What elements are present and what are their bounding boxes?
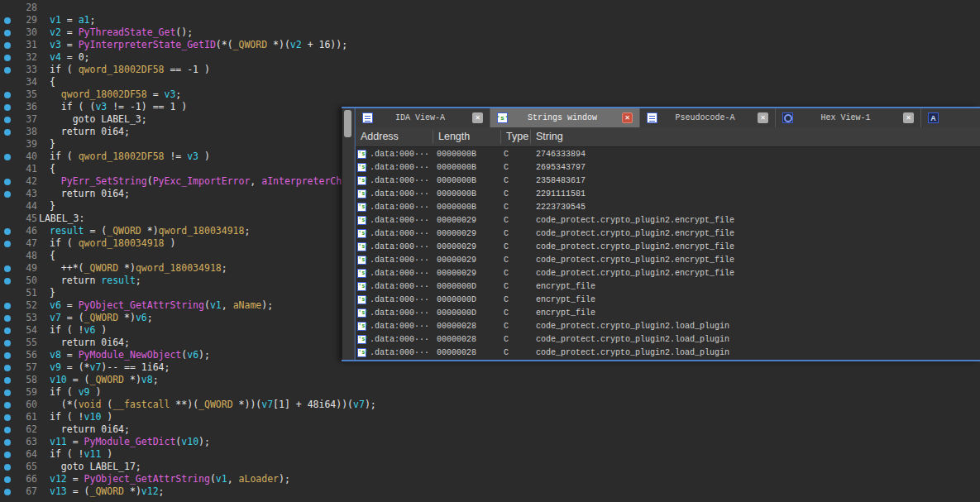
code-line[interactable]: 30v2 = PyThreadState_Get(); <box>0 26 980 39</box>
address-dot-icon[interactable] <box>4 414 11 421</box>
code-text[interactable]: PyErr_SetString(PyExc_ImportError, aInte… <box>37 175 342 188</box>
breakpoint-gutter[interactable] <box>0 225 15 237</box>
address-dot-icon[interactable] <box>4 104 11 111</box>
code-text[interactable]: return 0i64; <box>37 126 130 138</box>
address-dot-icon[interactable] <box>4 464 11 471</box>
breakpoint-gutter[interactable] <box>0 39 15 51</box>
code-line[interactable]: 63v11 = PyModule_GetDict(v10); <box>0 436 980 448</box>
breakpoint-gutter[interactable] <box>0 299 15 312</box>
breakpoint-gutter[interactable] <box>0 436 15 448</box>
address-dot-icon[interactable] <box>4 228 11 235</box>
address-dot-icon[interactable] <box>4 154 11 160</box>
breakpoint-gutter[interactable] <box>0 386 15 399</box>
code-text[interactable]: return 0i64; <box>37 188 130 200</box>
close-icon[interactable]: ✕ <box>758 112 768 123</box>
strings-table-row[interactable]: 's'.data:000···00000029Ccode_protect.cry… <box>356 213 980 227</box>
code-line[interactable]: 31v3 = PyInterpreterState_GetID(*(_QWORD… <box>0 39 980 51</box>
address-dot-icon[interactable] <box>4 241 11 247</box>
code-text[interactable]: LABEL_3: <box>37 213 84 225</box>
code-text[interactable]: goto LABEL_3; <box>37 113 147 126</box>
code-line[interactable]: 32v4 = 0; <box>0 51 980 64</box>
address-dot-icon[interactable] <box>4 452 11 458</box>
breakpoint-gutter[interactable] <box>0 275 15 287</box>
breakpoint-gutter[interactable] <box>0 26 15 39</box>
code-text[interactable]: v1 = a1; <box>37 14 95 26</box>
strings-table-row[interactable]: 's'.data:000···00000029Ccode_protect.cry… <box>356 254 980 267</box>
code-text[interactable]: if ( !v10 ) <box>37 411 112 423</box>
code-text[interactable]: v11 = PyModule_GetDict(v10); <box>37 436 210 448</box>
vertical-scrollbar[interactable] <box>342 108 355 360</box>
breakpoint-gutter[interactable] <box>0 64 15 76</box>
code-line[interactable]: 59if ( v9 ) <box>0 386 980 399</box>
code-text[interactable]: v3 = PyInterpreterState_GetID(*(_QWORD *… <box>37 39 347 51</box>
strings-table-row[interactable]: 's'.data:000···00000028Ccode_protect.cry… <box>356 347 980 360</box>
code-line[interactable]: 67v13 = (_QWORD *)v12; <box>0 485 980 498</box>
address-dot-icon[interactable] <box>4 265 11 272</box>
strings-table-row[interactable]: 's'.data:000···0000000DCencrypt_file <box>356 294 980 307</box>
address-dot-icon[interactable] <box>4 427 11 433</box>
strings-table-row[interactable]: 's'.data:000···00000028Ccode_protect.cry… <box>356 333 980 347</box>
breakpoint-gutter[interactable] <box>0 399 15 411</box>
scrollbar-thumb-icon[interactable] <box>344 110 351 137</box>
address-dot-icon[interactable] <box>4 352 11 359</box>
strings-table-row[interactable]: 's'.data:000···0000000BC2358483617 <box>356 174 980 187</box>
address-dot-icon[interactable] <box>4 30 11 36</box>
breakpoint-gutter[interactable] <box>0 151 15 163</box>
code-text[interactable]: return result; <box>37 275 141 287</box>
breakpoint-gutter[interactable] <box>0 485 15 498</box>
code-text[interactable]: if ( !v6 ) <box>37 324 107 337</box>
breakpoint-gutter[interactable] <box>0 126 15 138</box>
breakpoint-gutter[interactable] <box>0 411 15 423</box>
breakpoint-gutter[interactable] <box>0 448 15 461</box>
strings-table-row[interactable]: 's'.data:000···00000029Ccode_protect.cry… <box>356 240 980 253</box>
breakpoint-gutter[interactable] <box>0 374 15 386</box>
code-line[interactable]: 34{ <box>0 76 980 88</box>
code-text[interactable]: { <box>37 250 55 262</box>
address-dot-icon[interactable] <box>4 340 11 347</box>
code-text[interactable]: (*(void (__fastcall **)(_QWORD *))(v7[1]… <box>37 399 376 411</box>
code-text[interactable]: qword_18002DF58 = v3; <box>37 88 181 101</box>
address-dot-icon[interactable] <box>4 278 11 284</box>
address-dot-icon[interactable] <box>4 191 11 198</box>
address-dot-icon[interactable] <box>4 327 11 334</box>
code-text[interactable]: goto LABEL_17; <box>37 461 141 473</box>
tab-hex-view-1[interactable]: Hex View-1✕ <box>775 108 920 127</box>
code-text[interactable] <box>37 2 50 14</box>
code-text[interactable]: return 0i64; <box>37 337 130 349</box>
breakpoint-gutter[interactable] <box>0 461 15 473</box>
breakpoint-gutter[interactable] <box>0 237 15 250</box>
code-line[interactable]: 35 qword_18002DF58 = v3; <box>0 88 980 101</box>
code-text[interactable]: v7 = (_QWORD *)v6; <box>37 312 153 324</box>
code-text[interactable]: v12 = PyObject_GetAttrString(v1, aLoader… <box>37 473 290 485</box>
address-dot-icon[interactable] <box>4 129 11 136</box>
code-text[interactable]: v10 = (_QWORD *)v8; <box>37 374 159 386</box>
breakpoint-gutter[interactable] <box>0 175 15 188</box>
code-text[interactable]: if ( qword_18002DF58 == -1 ) <box>37 64 210 76</box>
code-text[interactable]: { <box>37 76 55 88</box>
code-line[interactable]: 33if ( qword_18002DF58 == -1 ) <box>0 64 980 76</box>
code-text[interactable]: v2 = PyThreadState_Get(); <box>37 26 193 39</box>
close-icon[interactable]: ✕ <box>903 112 914 123</box>
address-dot-icon[interactable] <box>4 67 11 74</box>
address-dot-icon[interactable] <box>4 315 11 322</box>
code-line[interactable]: 60 (*(void (__fastcall **)(_QWORD *))(v7… <box>0 399 980 411</box>
code-text[interactable]: result = (_QWORD *)qword_180034918; <box>37 225 250 237</box>
breakpoint-gutter[interactable] <box>0 312 15 324</box>
code-line[interactable]: 29v1 = a1; <box>0 14 980 26</box>
breakpoint-gutter[interactable] <box>0 324 15 337</box>
code-text[interactable]: } <box>37 200 55 213</box>
code-text[interactable]: v8 = PyModule_NewObject(v6); <box>37 349 210 361</box>
address-dot-icon[interactable] <box>4 476 11 483</box>
code-line[interactable]: 28 <box>0 2 980 14</box>
code-line[interactable]: 62 return 0i64; <box>0 423 980 436</box>
column-header-address[interactable]: Address <box>356 130 433 144</box>
code-text[interactable]: } <box>37 138 55 151</box>
tab-ida-view-a[interactable]: IDA View-A✕ <box>356 108 490 127</box>
code-text[interactable]: if ( qword_180034918 ) <box>37 237 175 250</box>
address-dot-icon[interactable] <box>4 42 11 49</box>
close-icon[interactable]: ✕ <box>622 112 633 123</box>
close-icon[interactable]: ✕ <box>472 112 483 123</box>
code-text[interactable]: v13 = (_QWORD *)v12; <box>37 485 165 498</box>
code-text[interactable]: if ( !v11 ) <box>37 448 112 461</box>
strings-table-row[interactable]: 's'.data:000···0000000BC2223739545 <box>356 200 980 213</box>
